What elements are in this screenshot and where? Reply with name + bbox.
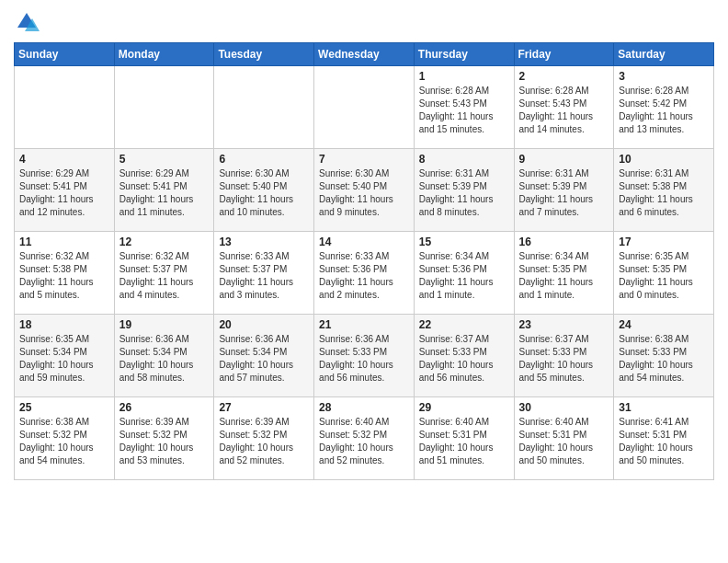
day-info: Sunrise: 6:40 AM Sunset: 5:31 PM Dayligh… bbox=[519, 416, 609, 467]
calendar-cell: 23Sunrise: 6:37 AM Sunset: 5:33 PM Dayli… bbox=[514, 315, 614, 397]
day-number: 16 bbox=[519, 236, 609, 248]
day-number: 6 bbox=[219, 153, 309, 166]
page-header bbox=[14, 9, 714, 35]
header-friday: Friday bbox=[514, 43, 614, 66]
calendar-cell: 25Sunrise: 6:38 AM Sunset: 5:32 PM Dayli… bbox=[15, 397, 115, 480]
calendar-cell: 26Sunrise: 6:39 AM Sunset: 5:32 PM Dayli… bbox=[114, 397, 214, 480]
header-thursday: Thursday bbox=[414, 43, 514, 66]
day-info: Sunrise: 6:38 AM Sunset: 5:33 PM Dayligh… bbox=[619, 333, 709, 385]
day-info: Sunrise: 6:32 AM Sunset: 5:38 PM Dayligh… bbox=[19, 250, 109, 302]
day-info: Sunrise: 6:38 AM Sunset: 5:32 PM Dayligh… bbox=[19, 416, 109, 467]
calendar-cell bbox=[15, 66, 115, 149]
header-saturday: Saturday bbox=[614, 43, 714, 66]
calendar-cell: 16Sunrise: 6:34 AM Sunset: 5:35 PM Dayli… bbox=[514, 232, 614, 315]
calendar-cell: 29Sunrise: 6:40 AM Sunset: 5:31 PM Dayli… bbox=[414, 397, 514, 480]
day-info: Sunrise: 6:36 AM Sunset: 5:34 PM Dayligh… bbox=[119, 333, 210, 385]
day-info: Sunrise: 6:29 AM Sunset: 5:41 PM Dayligh… bbox=[119, 167, 210, 219]
day-info: Sunrise: 6:39 AM Sunset: 5:32 PM Dayligh… bbox=[119, 416, 210, 467]
calendar-cell: 21Sunrise: 6:36 AM Sunset: 5:33 PM Dayli… bbox=[314, 315, 415, 397]
calendar-cell: 20Sunrise: 6:36 AM Sunset: 5:34 PM Dayli… bbox=[214, 315, 314, 397]
day-info: Sunrise: 6:37 AM Sunset: 5:33 PM Dayligh… bbox=[419, 333, 509, 385]
day-number: 24 bbox=[619, 318, 709, 331]
day-number: 10 bbox=[619, 153, 709, 166]
calendar-cell: 4Sunrise: 6:29 AM Sunset: 5:41 PM Daylig… bbox=[15, 149, 115, 232]
header-monday: Monday bbox=[114, 43, 214, 66]
day-info: Sunrise: 6:29 AM Sunset: 5:41 PM Dayligh… bbox=[19, 167, 109, 219]
calendar-cell: 7Sunrise: 6:30 AM Sunset: 5:40 PM Daylig… bbox=[314, 149, 415, 232]
calendar-cell: 28Sunrise: 6:40 AM Sunset: 5:32 PM Dayli… bbox=[314, 397, 415, 480]
day-info: Sunrise: 6:34 AM Sunset: 5:36 PM Dayligh… bbox=[419, 250, 509, 302]
calendar-cell: 27Sunrise: 6:39 AM Sunset: 5:32 PM Dayli… bbox=[214, 397, 314, 480]
day-info: Sunrise: 6:31 AM Sunset: 5:38 PM Dayligh… bbox=[619, 167, 709, 219]
logo bbox=[14, 9, 43, 35]
calendar-cell: 8Sunrise: 6:31 AM Sunset: 5:39 PM Daylig… bbox=[414, 149, 514, 232]
day-number: 13 bbox=[219, 236, 309, 248]
calendar-header-row: SundayMondayTuesdayWednesdayThursdayFrid… bbox=[15, 43, 714, 66]
day-info: Sunrise: 6:35 AM Sunset: 5:34 PM Dayligh… bbox=[19, 333, 109, 385]
day-number: 25 bbox=[19, 401, 109, 414]
day-number: 17 bbox=[619, 236, 709, 248]
day-info: Sunrise: 6:35 AM Sunset: 5:35 PM Dayligh… bbox=[619, 250, 709, 302]
day-info: Sunrise: 6:28 AM Sunset: 5:43 PM Dayligh… bbox=[419, 85, 509, 136]
day-info: Sunrise: 6:37 AM Sunset: 5:33 PM Dayligh… bbox=[519, 333, 609, 385]
day-number: 8 bbox=[419, 153, 509, 166]
calendar-cell: 30Sunrise: 6:40 AM Sunset: 5:31 PM Dayli… bbox=[514, 397, 614, 480]
calendar-cell: 15Sunrise: 6:34 AM Sunset: 5:36 PM Dayli… bbox=[414, 232, 514, 315]
calendar-cell bbox=[214, 66, 314, 149]
day-number: 11 bbox=[19, 236, 109, 248]
day-info: Sunrise: 6:34 AM Sunset: 5:35 PM Dayligh… bbox=[519, 250, 609, 302]
calendar-cell: 19Sunrise: 6:36 AM Sunset: 5:34 PM Dayli… bbox=[114, 315, 214, 397]
calendar-cell: 17Sunrise: 6:35 AM Sunset: 5:35 PM Dayli… bbox=[614, 232, 714, 315]
day-number: 2 bbox=[519, 70, 609, 83]
week-row-3: 18Sunrise: 6:35 AM Sunset: 5:34 PM Dayli… bbox=[15, 315, 714, 397]
day-info: Sunrise: 6:30 AM Sunset: 5:40 PM Dayligh… bbox=[319, 167, 409, 219]
day-number: 1 bbox=[419, 70, 509, 83]
day-info: Sunrise: 6:33 AM Sunset: 5:37 PM Dayligh… bbox=[219, 250, 309, 302]
day-info: Sunrise: 6:40 AM Sunset: 5:31 PM Dayligh… bbox=[419, 416, 509, 467]
day-info: Sunrise: 6:41 AM Sunset: 5:31 PM Dayligh… bbox=[619, 416, 709, 467]
day-number: 21 bbox=[319, 318, 409, 331]
day-info: Sunrise: 6:28 AM Sunset: 5:42 PM Dayligh… bbox=[619, 85, 709, 136]
calendar-cell: 1Sunrise: 6:28 AM Sunset: 5:43 PM Daylig… bbox=[414, 66, 514, 149]
day-info: Sunrise: 6:36 AM Sunset: 5:34 PM Dayligh… bbox=[219, 333, 309, 385]
day-number: 12 bbox=[119, 236, 210, 248]
day-number: 28 bbox=[319, 401, 409, 414]
calendar-cell: 18Sunrise: 6:35 AM Sunset: 5:34 PM Dayli… bbox=[15, 315, 115, 397]
day-info: Sunrise: 6:31 AM Sunset: 5:39 PM Dayligh… bbox=[519, 167, 609, 219]
day-info: Sunrise: 6:36 AM Sunset: 5:33 PM Dayligh… bbox=[319, 333, 409, 385]
logo-icon bbox=[14, 9, 40, 35]
calendar-cell: 6Sunrise: 6:30 AM Sunset: 5:40 PM Daylig… bbox=[214, 149, 314, 232]
day-number: 14 bbox=[319, 236, 409, 248]
calendar-cell: 14Sunrise: 6:33 AM Sunset: 5:36 PM Dayli… bbox=[314, 232, 415, 315]
calendar-cell: 10Sunrise: 6:31 AM Sunset: 5:38 PM Dayli… bbox=[614, 149, 714, 232]
day-number: 4 bbox=[19, 153, 109, 166]
calendar-cell: 24Sunrise: 6:38 AM Sunset: 5:33 PM Dayli… bbox=[614, 315, 714, 397]
day-number: 7 bbox=[319, 153, 409, 166]
calendar-cell: 3Sunrise: 6:28 AM Sunset: 5:42 PM Daylig… bbox=[614, 66, 714, 149]
day-number: 29 bbox=[419, 401, 509, 414]
calendar-table: SundayMondayTuesdayWednesdayThursdayFrid… bbox=[14, 42, 714, 480]
calendar-cell: 11Sunrise: 6:32 AM Sunset: 5:38 PM Dayli… bbox=[15, 232, 115, 315]
day-number: 30 bbox=[519, 401, 609, 414]
calendar-cell: 12Sunrise: 6:32 AM Sunset: 5:37 PM Dayli… bbox=[114, 232, 214, 315]
header-tuesday: Tuesday bbox=[214, 43, 314, 66]
day-number: 27 bbox=[219, 401, 309, 414]
day-number: 5 bbox=[119, 153, 210, 166]
day-number: 15 bbox=[419, 236, 509, 248]
week-row-0: 1Sunrise: 6:28 AM Sunset: 5:43 PM Daylig… bbox=[15, 66, 714, 149]
day-number: 26 bbox=[119, 401, 210, 414]
calendar-cell: 31Sunrise: 6:41 AM Sunset: 5:31 PM Dayli… bbox=[614, 397, 714, 480]
calendar-cell: 13Sunrise: 6:33 AM Sunset: 5:37 PM Dayli… bbox=[214, 232, 314, 315]
week-row-1: 4Sunrise: 6:29 AM Sunset: 5:41 PM Daylig… bbox=[15, 149, 714, 232]
calendar-cell bbox=[314, 66, 415, 149]
day-number: 23 bbox=[519, 318, 609, 331]
day-number: 20 bbox=[219, 318, 309, 331]
day-number: 31 bbox=[619, 401, 709, 414]
header-sunday: Sunday bbox=[15, 43, 115, 66]
day-number: 3 bbox=[619, 70, 709, 83]
day-number: 9 bbox=[519, 153, 609, 166]
week-row-2: 11Sunrise: 6:32 AM Sunset: 5:38 PM Dayli… bbox=[15, 232, 714, 315]
calendar-cell: 2Sunrise: 6:28 AM Sunset: 5:43 PM Daylig… bbox=[514, 66, 614, 149]
day-number: 18 bbox=[19, 318, 109, 331]
calendar-cell: 9Sunrise: 6:31 AM Sunset: 5:39 PM Daylig… bbox=[514, 149, 614, 232]
